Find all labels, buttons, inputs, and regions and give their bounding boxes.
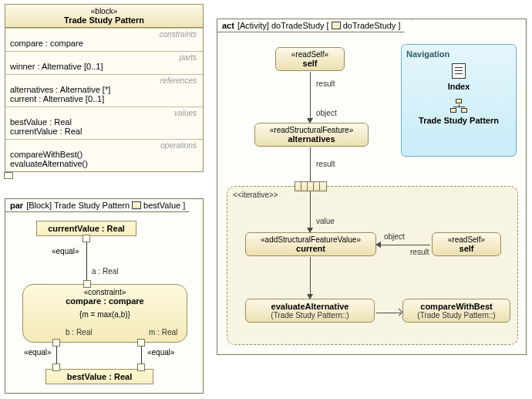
document-icon[interactable] [452,63,466,79]
port [52,363,60,371]
par-current-value: currentValue : Real [36,221,136,236]
port-m [137,339,145,347]
flow-edge [379,245,430,245]
action-name: self [284,59,336,68]
action-read-self-inner: «readSelf» self [432,232,501,256]
action-stereo: «readSelf» [284,50,336,59]
frame-kind: par [10,201,23,210]
block-stereotype: «block» [10,7,198,15]
arrowhead-down-icon [307,228,313,233]
frame-kind: act [222,21,234,30]
arrowhead-down-icon [307,294,313,299]
nav-link-pattern[interactable]: Trade Study Pattern [406,116,511,125]
pin-label: object [316,109,337,117]
compart-operations: operations compareWithBest() evaluateAlt… [5,139,203,171]
frame-scope: [Activity] doTradeStudy [237,21,325,30]
action-stereo: «addStructuralFeatureValue» [254,235,368,244]
port [82,235,90,242]
pin-label: value [316,217,335,225]
port-b [52,339,60,347]
hierarchy-icon[interactable] [450,99,467,113]
compart-label: operations [10,141,198,150]
action-read-feature: «readStructuralFeature» alternatives [254,123,369,147]
port-a [83,280,91,288]
nav-title: Navigation [406,49,511,59]
frame-focus: doTradeStudy [343,21,396,30]
compart-references: references alternatives : Alternative [*… [5,74,203,107]
compart-label: parts [10,53,198,62]
action-read-self: «readSelf» self [275,47,345,71]
block-row: bestValue : Real [10,117,198,127]
par-value-label: bestValue : Real [67,372,132,381]
frame-closer: ] [398,21,400,30]
action-name: current [254,244,368,253]
connector-label: «equal» [52,247,79,255]
par-frame: par [Block] Trade Study Pattern bestValu… [5,198,204,394]
action-stereo: «readStructuralFeature» [263,126,360,134]
frame-focus: bestValue [143,201,180,210]
diagram-icon [332,22,341,29]
port-label: b : Real [66,328,92,336]
pin-label: result [410,248,429,256]
port-label: m : Real [149,328,177,336]
expansion-node-icon [295,181,327,191]
diagram-icon [132,201,141,209]
connector [86,242,87,284]
pin-label: object [384,232,405,241]
call-compare-with-best: compareWithBest (Trade Study Pattern::) [402,299,510,323]
block-row: compare : compare [10,39,198,48]
arrowhead-down-icon [307,118,313,123]
nested-classifier-icon [4,172,13,179]
block-row: evaluateAlternative() [10,159,198,168]
connector-label: «equal» [147,348,175,357]
block-header: «block» Trade Study Pattern [5,4,204,28]
flow-edge [310,72,311,120]
block-row: compareWithBest() [10,150,198,159]
compart-label: values [10,109,198,117]
region-stereo: <<iterative>> [233,191,278,199]
action-name: compareWithBest [411,302,502,311]
action-sub: (Trade Study Pattern::) [411,311,502,320]
connector-label: «equal» [24,348,52,357]
act-frame-label: act [Activity] doTradeStudy [ doTradeStu… [217,19,412,32]
action-add-feature-value: «addStructuralFeatureValue» current [245,232,376,256]
port [137,363,145,371]
constraint-body: {m = max(a,b)} [23,310,187,319]
action-name: evaluateAlternative [254,302,366,311]
frame-open: [ [327,21,329,30]
compart-label: constraints [10,30,198,39]
par-frame-label: par [Block] Trade Study Pattern bestValu… [5,198,197,212]
constraint-stereo: «constraint» [23,288,187,296]
action-name: alternatives [263,134,360,144]
flow-edge [310,147,311,181]
compart-label: references [10,76,198,85]
block-row: currentValue : Real [10,127,198,136]
block-body: constraints compare : compare parts winn… [5,28,204,172]
constraint-name: compare : compare [23,296,187,306]
action-name: self [440,244,493,253]
block-row: winner : Alternative [0..1] [10,62,198,71]
par-best-value: bestValue : Real [45,369,153,384]
frame-closer: ] [183,201,185,210]
flow-edge [310,257,311,296]
call-evaluate-alternative: evaluateAlternative (Trade Study Pattern… [245,299,375,323]
act-frame: act [Activity] doTradeStudy [ doTradeStu… [217,19,527,355]
pin-label: result [316,79,335,88]
block-row: alternatives : Alternative [*] [10,85,198,94]
compart-constraints: constraints compare : compare [5,28,203,51]
compart-values: values bestValue : Real currentValue : R… [5,107,203,139]
arrowhead-left-icon [375,242,381,248]
flow-edge [310,191,311,229]
action-stereo: «readSelf» [440,235,493,244]
compart-parts: parts winner : Alternative [0..1] [5,51,203,74]
block-title: Trade Study Pattern [10,15,198,25]
frame-scope: [Block] Trade Study Pattern [26,201,130,210]
block-definition: «block» Trade Study Pattern constraints … [5,4,204,172]
par-value-label: currentValue : Real [48,224,125,233]
pin-label: result [316,160,335,168]
navigation-panel: Navigation Index Trade Study Pattern [401,44,517,157]
block-row: current : Alternative [0..1] [10,94,198,103]
nav-link-index[interactable]: Index [406,82,511,91]
action-sub: (Trade Study Pattern::) [254,311,366,320]
port-label: a : Real [92,267,118,276]
